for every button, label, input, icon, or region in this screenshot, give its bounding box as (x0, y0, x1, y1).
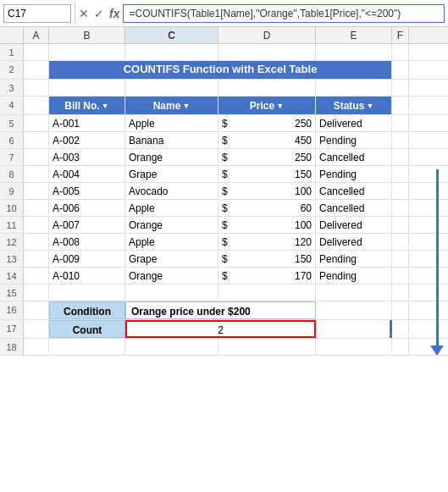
cell-e12[interactable]: Delivered (316, 234, 392, 250)
fx-icon[interactable]: fx (109, 7, 119, 20)
cell-f9[interactable] (392, 183, 409, 199)
cell-c12[interactable]: Apple (125, 234, 218, 250)
cell-e7[interactable]: Cancelled (316, 149, 392, 165)
cell-d13[interactable]: $ 150 (218, 251, 316, 267)
cell-e9[interactable]: Cancelled (316, 183, 392, 199)
cell-b14[interactable]: A-010 (49, 268, 125, 284)
cell-f16[interactable] (392, 301, 409, 319)
cell-b7[interactable]: A-003 (49, 149, 125, 165)
cell-f4[interactable] (392, 97, 409, 114)
cell-a17[interactable] (24, 320, 49, 338)
cell-b18[interactable] (49, 339, 125, 355)
col-header-c[interactable]: C (125, 27, 218, 43)
name-dropdown-icon[interactable]: ▼ (182, 97, 190, 114)
cell-a5[interactable] (24, 115, 49, 131)
cell-d14[interactable]: $ 170 (218, 268, 316, 284)
cell-f18[interactable] (392, 339, 409, 355)
cell-d12[interactable]: $ 120 (218, 234, 316, 250)
cell-b6[interactable]: A-002 (49, 132, 125, 148)
cell-d18[interactable] (218, 339, 316, 355)
cell-b1[interactable] (49, 44, 125, 60)
cell-a16[interactable] (24, 301, 49, 319)
price-dropdown-icon[interactable]: ▼ (276, 97, 284, 114)
cell-c18[interactable] (125, 339, 218, 355)
cell-b8[interactable]: A-004 (49, 166, 125, 182)
cell-a1[interactable] (24, 44, 49, 60)
cell-a18[interactable] (24, 339, 49, 355)
cell-d7[interactable]: $ 250 (218, 149, 316, 165)
cell-c9[interactable]: Avocado (125, 183, 218, 199)
cell-f3[interactable] (392, 80, 409, 96)
cell-e17[interactable] (316, 320, 392, 338)
th-bill-no[interactable]: Bill No. ▼ (49, 97, 125, 114)
cell-a3[interactable] (24, 80, 49, 96)
cell-f15[interactable] (392, 285, 409, 301)
cell-f13[interactable] (392, 251, 409, 267)
confirm-icon[interactable]: ✓ (94, 7, 104, 20)
cell-f2[interactable] (392, 61, 409, 79)
cell-f8[interactable] (392, 166, 409, 182)
cell-a7[interactable] (24, 149, 49, 165)
cell-c13[interactable]: Grape (125, 251, 218, 267)
cell-f14[interactable] (392, 268, 409, 284)
cell-a6[interactable] (24, 132, 49, 148)
cell-d8[interactable]: $ 150 (218, 166, 316, 182)
bill-no-dropdown-icon[interactable]: ▼ (102, 97, 109, 114)
cell-b13[interactable]: A-009 (49, 251, 125, 267)
cell-f11[interactable] (392, 217, 409, 233)
cell-a10[interactable] (24, 200, 49, 216)
cell-a11[interactable] (24, 217, 49, 233)
cell-b12[interactable]: A-008 (49, 234, 125, 250)
cell-a8[interactable] (24, 166, 49, 182)
cell-e14[interactable]: Pending (316, 268, 392, 284)
cell-e10[interactable]: Cancelled (316, 200, 392, 216)
cell-e6[interactable]: Pending (316, 132, 392, 148)
cell-a4[interactable] (24, 97, 49, 114)
col-header-d[interactable]: D (218, 27, 316, 43)
cell-c7[interactable]: Orange (125, 149, 218, 165)
cell-f10[interactable] (392, 200, 409, 216)
cell-c14[interactable]: Orange (125, 268, 218, 284)
cell-c11[interactable]: Orange (125, 217, 218, 233)
col-header-a[interactable]: A (24, 27, 49, 43)
cell-c6[interactable]: Banana (125, 132, 218, 148)
col-header-b[interactable]: B (49, 27, 125, 43)
cell-c1[interactable] (125, 44, 218, 60)
cell-e18[interactable] (316, 339, 392, 355)
th-status[interactable]: Status ▼ (316, 97, 392, 114)
cell-d1[interactable] (218, 44, 316, 60)
cell-f12[interactable] (392, 234, 409, 250)
cell-c3[interactable] (125, 80, 218, 96)
cancel-icon[interactable]: ✕ (79, 7, 89, 20)
cell-b5[interactable]: A-001 (49, 115, 125, 131)
cell-d5[interactable]: $ 250 (218, 115, 316, 131)
cell-e16[interactable] (316, 301, 392, 319)
cell-a9[interactable] (24, 183, 49, 199)
th-price[interactable]: Price ▼ (218, 97, 316, 114)
cell-e11[interactable]: Delivered (316, 217, 392, 233)
count-value-cell[interactable]: 2 (125, 320, 316, 338)
cell-b15[interactable] (49, 285, 125, 301)
cell-f1[interactable] (392, 44, 409, 60)
status-dropdown-icon[interactable]: ▼ (366, 97, 373, 114)
cell-b10[interactable]: A-006 (49, 200, 125, 216)
cell-b9[interactable]: A-005 (49, 183, 125, 199)
cell-f5[interactable] (392, 115, 409, 131)
cell-c5[interactable]: Apple (125, 115, 218, 131)
cell-c15[interactable] (125, 285, 218, 301)
cell-f6[interactable] (392, 132, 409, 148)
cell-reference-box[interactable]: C17 (3, 4, 71, 23)
col-header-f[interactable]: F (392, 27, 409, 43)
th-name[interactable]: Name ▼ (125, 97, 218, 114)
cell-f17[interactable] (392, 320, 409, 338)
condition-value-cell[interactable]: Orange price under $200 (125, 301, 316, 319)
cell-d3[interactable] (218, 80, 316, 96)
cell-a2[interactable] (24, 61, 49, 79)
cell-e8[interactable]: Pending (316, 166, 392, 182)
cell-d10[interactable]: $ 60 (218, 200, 316, 216)
cell-a14[interactable] (24, 268, 49, 284)
cell-f7[interactable] (392, 149, 409, 165)
cell-a12[interactable] (24, 234, 49, 250)
cell-d9[interactable]: $ 100 (218, 183, 316, 199)
cell-d6[interactable]: $ 450 (218, 132, 316, 148)
